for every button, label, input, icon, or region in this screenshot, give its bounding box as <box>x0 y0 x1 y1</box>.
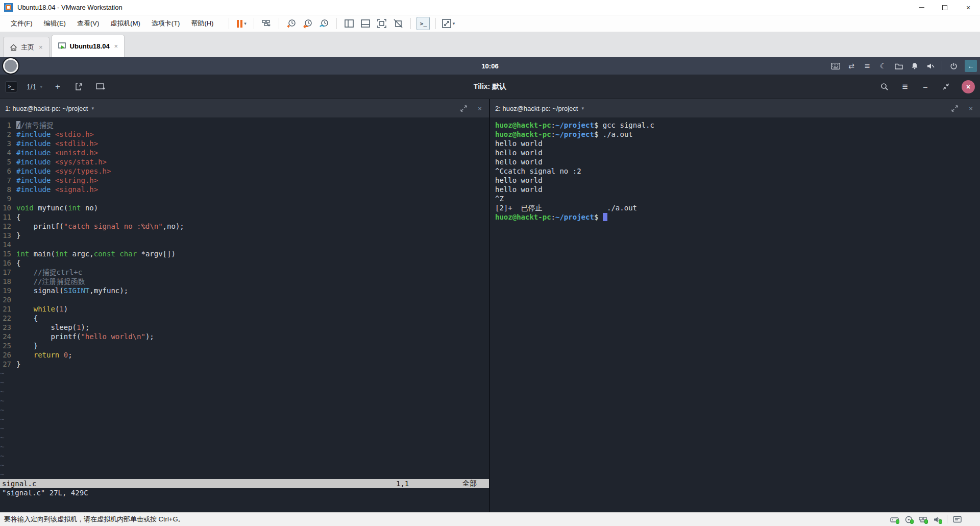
line-number: 7 <box>0 176 16 185</box>
text-token: ) <box>64 305 68 313</box>
terminal-line: hello world <box>495 185 980 194</box>
tab-close-icon[interactable]: × <box>38 43 44 51</box>
menu-item[interactable]: 帮助(H) <box>185 16 219 31</box>
menu-item[interactable]: 选项卡(T) <box>146 16 186 31</box>
line-number: 24 <box>0 332 16 341</box>
window-minimize-button[interactable] <box>910 0 933 15</box>
console-view-button[interactable]: >_ <box>416 17 430 30</box>
pane-shell[interactable]: 2: huoz@hackt-pc: ~/project ▾ × huoz@hac… <box>490 99 980 512</box>
close-pane-icon[interactable]: × <box>476 104 484 112</box>
vim-line: 27} <box>0 360 489 369</box>
text-token <box>51 167 55 175</box>
vim-line: 13} <box>0 231 489 240</box>
menu-item[interactable]: 虚拟机(M) <box>105 16 146 31</box>
maximize-pane-icon[interactable] <box>459 104 468 112</box>
terminal-line: ^Ccatch signal no :2 <box>495 166 980 176</box>
text-token: hello world <box>495 185 543 194</box>
power-icon[interactable] <box>949 61 958 70</box>
menubar: 文件(F)编辑(E)查看(V)虚拟机(M)选项卡(T)帮助(H) ▾ <box>0 15 980 32</box>
ctrl-alt-del-button[interactable] <box>260 17 273 30</box>
revert-snapshot-button[interactable] <box>301 17 314 30</box>
tab-home[interactable]: 主页 × <box>3 37 50 57</box>
shell-output[interactable]: huoz@hackt-pc:~/project$ gcc signal.chuo… <box>490 117 980 222</box>
line-number: 10 <box>0 203 16 212</box>
device-led <box>910 519 914 524</box>
split-down-button[interactable] <box>94 81 107 93</box>
show-library-button[interactable] <box>342 17 356 30</box>
thumbnail-bar-icon <box>361 19 370 28</box>
chevron-down-icon: ▾ <box>91 106 94 111</box>
vm-screen[interactable]: 10:06 ⇄ ≡ ☾ <box>0 57 980 512</box>
toolbar-separator <box>279 18 279 29</box>
pane-vim[interactable]: 1: huoz@hackt-pc: ~/project ▾ × 1//信号捕捉2… <box>0 99 489 512</box>
new-session-button[interactable]: + <box>52 81 64 93</box>
split-right-button[interactable] <box>73 81 85 93</box>
text-token: { <box>16 259 20 267</box>
menu-item[interactable]: 编辑(E) <box>38 16 71 31</box>
pane-vim-titlebar[interactable]: 1: huoz@hackt-pc: ~/project ▾ × <box>0 99 489 117</box>
terminal-line: hello world <box>495 139 980 148</box>
device-led <box>924 519 928 524</box>
tilix-restore-icon[interactable] <box>941 82 950 91</box>
sync-icon[interactable]: ⇄ <box>847 61 856 70</box>
panel-edge-arrow-button[interactable]: ← <box>965 60 977 72</box>
text-token: <stdlib.h> <box>55 139 98 148</box>
text-token: signal( <box>16 286 64 295</box>
text-token: <unistd.h> <box>55 149 98 157</box>
text-token: <signal.h> <box>55 185 98 194</box>
pane-shell-titlebar[interactable]: 2: huoz@hackt-pc: ~/project ▾ × <box>490 99 980 117</box>
tilix-minimize-icon[interactable]: – <box>921 82 930 91</box>
vmware-window: Ubuntu18.04 - VMware Workstation × 文件(F)… <box>0 0 980 526</box>
menu-lines-icon[interactable]: ≡ <box>863 61 872 70</box>
line-number: 15 <box>0 249 16 258</box>
network-device-icon[interactable] <box>918 515 927 523</box>
power-pause-button[interactable]: ▾ <box>235 17 248 30</box>
notification-bell-icon[interactable] <box>910 61 919 70</box>
line-number: 26 <box>0 350 16 360</box>
close-pane-icon[interactable]: × <box>967 104 975 112</box>
window-maximize-button[interactable] <box>933 0 957 15</box>
text-token: //注册捕捉函数 <box>34 277 85 285</box>
text-token: #include <box>16 185 51 194</box>
tilix-title: Tilix: 默认 <box>0 82 980 91</box>
night-mode-moon-icon[interactable]: ☾ <box>878 61 888 70</box>
window-close-button[interactable]: × <box>957 0 980 15</box>
text-token: 1 <box>59 305 63 313</box>
volume-muted-icon[interactable] <box>926 61 935 70</box>
message-log-icon[interactable] <box>952 515 962 523</box>
search-icon[interactable] <box>880 82 889 91</box>
take-snapshot-button[interactable] <box>285 17 298 30</box>
vim-line: 11{ <box>0 212 489 222</box>
sound-device-icon[interactable] <box>933 515 942 523</box>
tilix-close-button[interactable]: × <box>962 80 975 93</box>
text-token <box>16 268 34 276</box>
line-number: 21 <box>0 304 16 314</box>
harddisk-device-icon[interactable] <box>890 515 899 523</box>
unity-mode-icon <box>394 19 403 28</box>
vim-line: 12 printf("catch signal no :%d\n",no); <box>0 222 489 231</box>
text-token: return <box>34 351 60 359</box>
menu-item[interactable]: 查看(V) <box>71 16 105 31</box>
tab-ubuntu[interactable]: Ubuntu18.04 × <box>52 35 125 57</box>
show-thumbnail-bar-button[interactable] <box>359 17 372 30</box>
menu-item[interactable]: 文件(F) <box>5 16 38 31</box>
text-token: } <box>16 360 20 368</box>
text-token: #include <box>16 176 51 184</box>
tilix-app-icon[interactable]: >_ <box>5 81 17 92</box>
autofit-button[interactable]: ▾ <box>442 17 455 30</box>
split-down-icon <box>96 83 106 90</box>
fullscreen-button[interactable] <box>375 17 388 30</box>
vim-editor[interactable]: 1//信号捕捉2#include <stdio.h>3#include <std… <box>0 117 489 512</box>
hamburger-menu-icon[interactable]: ≡ <box>900 82 910 91</box>
folder-icon[interactable] <box>894 61 903 70</box>
text-token: "hello world\n" <box>81 332 145 341</box>
keyboard-icon[interactable] <box>831 61 840 70</box>
maximize-pane-icon[interactable] <box>950 104 959 112</box>
snapshot-manager-button[interactable] <box>317 17 331 30</box>
text-token: ^Ccatch signal no :2 <box>495 167 581 175</box>
text-token: ); <box>145 332 154 341</box>
tab-close-icon[interactable]: × <box>113 42 119 50</box>
session-indicator[interactable]: 1/1 ▾ <box>27 83 42 91</box>
cdrom-device-icon[interactable] <box>904 515 913 523</box>
unity-mode-button[interactable] <box>391 17 405 30</box>
